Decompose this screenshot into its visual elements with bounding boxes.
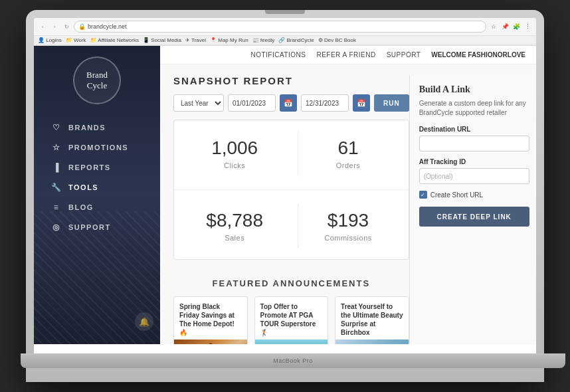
bookmark-star-icon[interactable]: ☆ [489,22,498,31]
bookmark-feedly[interactable]: 📰 feedly [252,37,275,43]
dest-url-input[interactable] [419,136,529,151]
sidebar-item-tools-label: TOOLS [68,183,98,191]
short-url-label: Create Short URL [430,191,483,199]
star-icon: ☆ [51,143,62,152]
commissions-label: Commissions [298,234,397,242]
browser-chrome: ‹ › ↻ 🔒 brandcycle.net ☆ 📌 🧩 ⋮ 👤 Logins … [34,18,536,46]
sidebar-item-brands[interactable]: ♡ BRANDS [45,118,149,138]
bookmark-brandcycle[interactable]: 🔗 BrandCycle [278,37,314,43]
laptop-base: MacBook Pro [21,353,565,368]
forward-button[interactable]: › [50,22,59,31]
support-nav[interactable]: SUPPORT [387,51,421,58]
announcement-card-2[interactable]: Top Offer to Promote AT PGA TOUR Superst… [254,296,329,344]
bookmark-work[interactable]: 📁 Work [66,37,86,43]
browser-toolbar: ‹ › ↻ 🔒 brandcycle.net ☆ 📌 🧩 ⋮ [34,18,536,36]
app-container: BrandCycle ♡ BRANDS ☆ PROMOTIONS ▐ REPOR… [34,46,536,344]
start-calendar-button[interactable]: 📅 [280,94,297,112]
sidebar-item-tools[interactable]: 🔧 TOOLS [45,177,149,197]
clicks-value: 1,006 [185,138,284,159]
create-deep-link-button[interactable]: CREATE DEEP LINK [419,207,529,227]
sidebar-item-blog[interactable]: ≡ BLOG [45,197,149,217]
end-date-input[interactable] [301,94,349,112]
url-text: brandcycle.net [88,23,127,30]
bookmark-affiliate[interactable]: 📁 Affiliate Networks [90,37,139,43]
stats-card: 1,006 Clicks 61 Orders $8,788 [173,120,409,260]
main-area: SNAPSHOT REPORT Last Year 📅 📅 RUN [173,75,409,344]
clicks-stat: 1,006 Clicks [185,131,284,176]
sidebar-item-promotions-label: PROMOTIONS [68,144,128,151]
sidebar-item-support[interactable]: ◎ SUPPORT [45,217,149,237]
menu-icon[interactable]: ⋮ [523,22,532,31]
wrench-icon: 🔧 [51,183,62,192]
main-content: NOTIFICATIONS REFER A FRIEND SUPPORT WEL… [160,46,536,344]
bookmark-logins[interactable]: 👤 Logins [38,37,62,43]
sales-label: Sales [185,234,284,242]
laptop-label: MacBook Pro [273,357,313,364]
circle-icon: ◎ [51,223,62,232]
refer-nav[interactable]: REFER A FRIEND [316,51,375,58]
announcement-image-2 [255,340,328,344]
brand-name: BrandCycle [86,70,108,90]
announcements-grid: Spring Black Friday Savings at The Home … [173,296,409,344]
announcements-section: FEATURED ANNOUNCEMENTS Spring Black Frid… [173,270,409,344]
bookmark-maprun[interactable]: 📍 Map My Run [210,37,248,43]
back-button[interactable]: ‹ [38,22,47,31]
welcome-nav: WELCOME FASHIONORLOVE [431,51,525,58]
orders-stat: 61 Orders [298,131,397,176]
end-calendar-button[interactable]: 📅 [353,94,370,112]
address-bar[interactable]: 🔒 brandcycle.net [74,21,486,33]
stats-divider [174,189,409,190]
logo[interactable]: BrandCycle [73,56,121,104]
laptop-screen: ‹ › ↻ 🔒 brandcycle.net ☆ 📌 🧩 ⋮ 👤 Logins … [34,18,536,353]
announcement-card-1[interactable]: Spring Black Friday Savings at The Home … [173,296,248,344]
panel-title: Build A Link [419,84,529,95]
sales-value: $8,788 [185,210,284,231]
short-url-row: ✓ Create Short URL [419,191,529,199]
panel-desc: Generate a custom deep link for any Bran… [419,99,529,118]
announcement-title-1: Spring Black Friday Savings at The Home … [174,297,247,340]
tracking-input[interactable] [419,168,529,184]
sidebar-item-promotions[interactable]: ☆ PROMOTIONS [45,138,149,157]
top-nav: NOTIFICATIONS REFER A FRIEND SUPPORT WEL… [160,46,536,64]
reload-button[interactable]: ↻ [62,22,71,31]
bookmark-social[interactable]: 📱 Social Media [143,37,181,43]
bookmark-devbc[interactable]: ⚙ Dev BC Book [318,37,356,43]
bookmarks-bar: 👤 Logins 📁 Work 📁 Affiliate Networks 📱 S… [34,36,536,45]
announcement-image-1 [174,340,247,344]
start-date-input[interactable] [228,94,276,112]
logo-text: BrandCycle [86,70,108,90]
content-inner: SNAPSHOT REPORT Last Year 📅 📅 RUN [160,64,536,344]
announcement-title-3: Treat Yourself to the Ultimate Beauty Su… [335,297,409,340]
notifications-nav[interactable]: NOTIFICATIONS [250,51,306,58]
sidebar: BrandCycle ♡ BRANDS ☆ PROMOTIONS ▐ REPOR… [34,46,160,344]
short-url-checkbox[interactable]: ✓ [419,191,427,199]
content-with-panel: SNAPSHOT REPORT Last Year 📅 📅 RUN [173,75,523,344]
pinterest-icon[interactable]: 📌 [500,22,510,31]
announcement-image-3: BIRCHBOX [335,340,409,344]
notification-bell-button[interactable]: 🔔 [135,312,153,331]
sidebar-nav: ♡ BRANDS ☆ PROMOTIONS ▐ REPORTS 🔧 TOOLS [34,118,160,237]
sidebar-item-reports[interactable]: ▐ REPORTS [45,157,149,177]
orders-label: Orders [298,161,397,169]
list-icon: ≡ [51,203,62,212]
bar-chart-icon: ▐ [51,163,62,172]
date-range-select[interactable]: Last Year [173,94,224,112]
run-button[interactable]: RUN [374,94,409,112]
sidebar-item-brands-label: BRANDS [68,124,106,132]
bookmark-travel[interactable]: ✈ Travel [185,37,206,43]
sidebar-item-reports-label: REPORTS [68,163,111,171]
commissions-value: $193 [298,210,397,231]
extension-icon[interactable]: 🧩 [512,22,521,31]
announcement-card-3[interactable]: Treat Yourself to the Ultimate Beauty Su… [335,296,409,344]
snapshot-title: SNAPSHOT REPORT [173,75,409,86]
commissions-stat: $193 Commissions [298,203,397,248]
dest-url-label: Destination URL [419,126,529,133]
announcement-title-2: Top Offer to Promote AT PGA TOUR Superst… [255,297,328,340]
browser-icons-group: ☆ 📌 🧩 ⋮ [489,22,532,31]
sales-stat: $8,788 Sales [185,203,284,248]
build-link-panel: Build A Link Generate a custom deep link… [409,75,536,344]
clicks-label: Clicks [185,161,284,169]
announcements-title: FEATURED ANNOUNCEMENTS [173,278,409,288]
laptop-notch [265,10,305,14]
tracking-label: Aff Tracking ID [419,158,529,165]
